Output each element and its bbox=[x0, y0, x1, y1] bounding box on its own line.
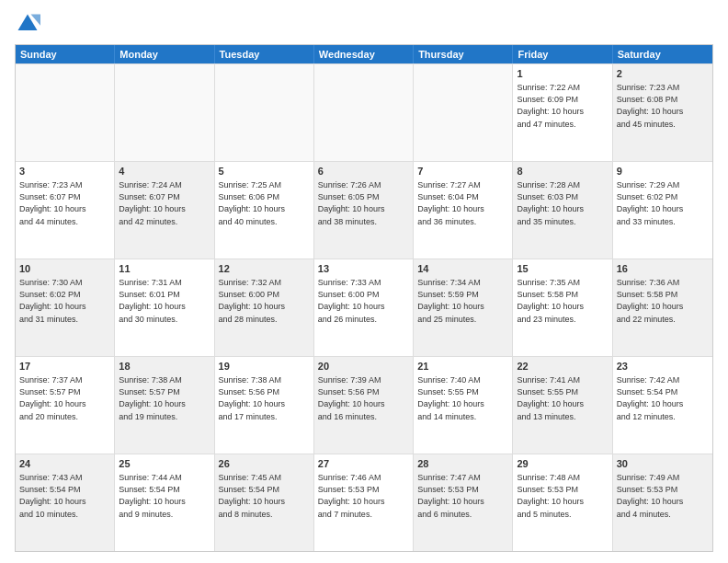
cell-info: Sunrise: 7:27 AM Sunset: 6:04 PM Dayligh… bbox=[417, 179, 508, 227]
cell-info: Sunrise: 7:29 AM Sunset: 6:02 PM Dayligh… bbox=[617, 179, 709, 227]
calendar-cell: 30Sunrise: 7:49 AM Sunset: 5:53 PM Dayli… bbox=[613, 454, 712, 551]
day-number: 22 bbox=[517, 360, 608, 373]
cell-info: Sunrise: 7:36 AM Sunset: 5:58 PM Dayligh… bbox=[617, 277, 709, 325]
calendar-header-cell: Thursday bbox=[414, 45, 513, 63]
cell-info: Sunrise: 7:35 AM Sunset: 5:58 PM Dayligh… bbox=[517, 277, 608, 325]
calendar-cell: 4Sunrise: 7:24 AM Sunset: 6:07 PM Daylig… bbox=[115, 162, 214, 259]
day-number: 9 bbox=[617, 165, 709, 178]
day-number: 7 bbox=[417, 165, 508, 178]
day-number: 27 bbox=[318, 457, 409, 471]
day-number: 19 bbox=[219, 360, 310, 373]
day-number: 4 bbox=[119, 165, 210, 178]
day-number: 10 bbox=[19, 262, 110, 276]
calendar-cell: 11Sunrise: 7:31 AM Sunset: 6:01 PM Dayli… bbox=[115, 259, 214, 356]
calendar-cell bbox=[16, 64, 115, 161]
day-number: 12 bbox=[219, 262, 310, 276]
calendar-cell: 14Sunrise: 7:34 AM Sunset: 5:59 PM Dayli… bbox=[414, 259, 513, 356]
day-number: 15 bbox=[517, 262, 608, 276]
calendar-cell: 6Sunrise: 7:26 AM Sunset: 6:05 PM Daylig… bbox=[314, 162, 414, 259]
calendar-cell: 2Sunrise: 7:23 AM Sunset: 6:08 PM Daylig… bbox=[613, 64, 712, 161]
calendar-cell: 13Sunrise: 7:33 AM Sunset: 6:00 PM Dayli… bbox=[314, 259, 414, 356]
calendar: SundayMondayTuesdayWednesdayThursdayFrid… bbox=[15, 44, 713, 552]
cell-info: Sunrise: 7:30 AM Sunset: 6:02 PM Dayligh… bbox=[19, 277, 110, 325]
calendar-header-cell: Tuesday bbox=[215, 45, 314, 63]
day-number: 13 bbox=[318, 262, 409, 276]
day-number: 14 bbox=[417, 262, 508, 276]
calendar-cell bbox=[414, 64, 513, 161]
calendar-cell: 20Sunrise: 7:39 AM Sunset: 5:56 PM Dayli… bbox=[314, 357, 414, 454]
cell-info: Sunrise: 7:40 AM Sunset: 5:55 PM Dayligh… bbox=[417, 374, 508, 422]
calendar-header-cell: Saturday bbox=[613, 45, 712, 63]
cell-info: Sunrise: 7:31 AM Sunset: 6:01 PM Dayligh… bbox=[119, 277, 210, 325]
cell-info: Sunrise: 7:28 AM Sunset: 6:03 PM Dayligh… bbox=[517, 179, 608, 227]
calendar-cell: 15Sunrise: 7:35 AM Sunset: 5:58 PM Dayli… bbox=[513, 259, 612, 356]
calendar-cell: 5Sunrise: 7:25 AM Sunset: 6:06 PM Daylig… bbox=[215, 162, 314, 259]
day-number: 1 bbox=[517, 67, 608, 81]
calendar-cell: 22Sunrise: 7:41 AM Sunset: 5:55 PM Dayli… bbox=[513, 357, 612, 454]
cell-info: Sunrise: 7:47 AM Sunset: 5:53 PM Dayligh… bbox=[417, 472, 508, 520]
calendar-cell: 25Sunrise: 7:44 AM Sunset: 5:54 PM Dayli… bbox=[115, 454, 214, 551]
day-number: 11 bbox=[119, 262, 210, 276]
calendar-cell: 27Sunrise: 7:46 AM Sunset: 5:53 PM Dayli… bbox=[314, 454, 414, 551]
logo bbox=[15, 11, 44, 37]
calendar-row: 24Sunrise: 7:43 AM Sunset: 5:54 PM Dayli… bbox=[16, 454, 712, 551]
calendar-cell: 21Sunrise: 7:40 AM Sunset: 5:55 PM Dayli… bbox=[414, 357, 513, 454]
calendar-cell: 18Sunrise: 7:38 AM Sunset: 5:57 PM Dayli… bbox=[115, 357, 214, 454]
calendar-header-cell: Friday bbox=[513, 45, 612, 63]
cell-info: Sunrise: 7:33 AM Sunset: 6:00 PM Dayligh… bbox=[318, 277, 409, 325]
day-number: 21 bbox=[417, 360, 508, 373]
cell-info: Sunrise: 7:38 AM Sunset: 5:56 PM Dayligh… bbox=[219, 374, 310, 422]
calendar-body: 1Sunrise: 7:22 AM Sunset: 6:09 PM Daylig… bbox=[16, 63, 712, 551]
cell-info: Sunrise: 7:49 AM Sunset: 5:53 PM Dayligh… bbox=[617, 472, 709, 520]
day-number: 28 bbox=[417, 457, 508, 471]
day-number: 26 bbox=[219, 457, 310, 471]
calendar-cell: 19Sunrise: 7:38 AM Sunset: 5:56 PM Dayli… bbox=[215, 357, 314, 454]
cell-info: Sunrise: 7:32 AM Sunset: 6:00 PM Dayligh… bbox=[219, 277, 310, 325]
calendar-cell: 17Sunrise: 7:37 AM Sunset: 5:57 PM Dayli… bbox=[16, 357, 115, 454]
calendar-cell: 8Sunrise: 7:28 AM Sunset: 6:03 PM Daylig… bbox=[513, 162, 612, 259]
cell-info: Sunrise: 7:24 AM Sunset: 6:07 PM Dayligh… bbox=[119, 179, 210, 227]
calendar-cell: 3Sunrise: 7:23 AM Sunset: 6:07 PM Daylig… bbox=[16, 162, 115, 259]
day-number: 16 bbox=[617, 262, 709, 276]
day-number: 29 bbox=[517, 457, 608, 471]
calendar-cell: 12Sunrise: 7:32 AM Sunset: 6:00 PM Dayli… bbox=[215, 259, 314, 356]
calendar-header-row: SundayMondayTuesdayWednesdayThursdayFrid… bbox=[16, 45, 712, 63]
day-number: 2 bbox=[617, 67, 709, 81]
calendar-cell: 24Sunrise: 7:43 AM Sunset: 5:54 PM Dayli… bbox=[16, 454, 115, 551]
header bbox=[15, 11, 713, 37]
cell-info: Sunrise: 7:26 AM Sunset: 6:05 PM Dayligh… bbox=[318, 179, 409, 227]
day-number: 5 bbox=[219, 165, 310, 178]
cell-info: Sunrise: 7:45 AM Sunset: 5:54 PM Dayligh… bbox=[219, 472, 310, 520]
cell-info: Sunrise: 7:42 AM Sunset: 5:54 PM Dayligh… bbox=[617, 374, 709, 422]
cell-info: Sunrise: 7:41 AM Sunset: 5:55 PM Dayligh… bbox=[517, 374, 608, 422]
cell-info: Sunrise: 7:39 AM Sunset: 5:56 PM Dayligh… bbox=[318, 374, 409, 422]
logo-icon bbox=[15, 11, 40, 37]
day-number: 30 bbox=[617, 457, 709, 471]
day-number: 17 bbox=[19, 360, 110, 373]
cell-info: Sunrise: 7:34 AM Sunset: 5:59 PM Dayligh… bbox=[417, 277, 508, 325]
calendar-cell: 1Sunrise: 7:22 AM Sunset: 6:09 PM Daylig… bbox=[513, 64, 612, 161]
calendar-header-cell: Monday bbox=[115, 45, 214, 63]
calendar-cell: 23Sunrise: 7:42 AM Sunset: 5:54 PM Dayli… bbox=[613, 357, 712, 454]
cell-info: Sunrise: 7:38 AM Sunset: 5:57 PM Dayligh… bbox=[119, 374, 210, 422]
calendar-header-cell: Wednesday bbox=[314, 45, 414, 63]
calendar-cell: 10Sunrise: 7:30 AM Sunset: 6:02 PM Dayli… bbox=[16, 259, 115, 356]
calendar-row: 1Sunrise: 7:22 AM Sunset: 6:09 PM Daylig… bbox=[16, 63, 712, 161]
cell-info: Sunrise: 7:46 AM Sunset: 5:53 PM Dayligh… bbox=[318, 472, 409, 520]
day-number: 25 bbox=[119, 457, 210, 471]
cell-info: Sunrise: 7:48 AM Sunset: 5:53 PM Dayligh… bbox=[517, 472, 608, 520]
day-number: 20 bbox=[318, 360, 409, 373]
day-number: 8 bbox=[517, 165, 608, 178]
calendar-cell bbox=[314, 64, 414, 161]
day-number: 24 bbox=[19, 457, 110, 471]
day-number: 18 bbox=[119, 360, 210, 373]
calendar-cell bbox=[115, 64, 214, 161]
calendar-row: 3Sunrise: 7:23 AM Sunset: 6:07 PM Daylig… bbox=[16, 161, 712, 259]
day-number: 3 bbox=[19, 165, 110, 178]
calendar-cell: 28Sunrise: 7:47 AM Sunset: 5:53 PM Dayli… bbox=[414, 454, 513, 551]
cell-info: Sunrise: 7:23 AM Sunset: 6:07 PM Dayligh… bbox=[19, 179, 110, 227]
cell-info: Sunrise: 7:22 AM Sunset: 6:09 PM Dayligh… bbox=[517, 82, 608, 130]
day-number: 23 bbox=[617, 360, 709, 373]
cell-info: Sunrise: 7:25 AM Sunset: 6:06 PM Dayligh… bbox=[219, 179, 310, 227]
calendar-cell bbox=[215, 64, 314, 161]
